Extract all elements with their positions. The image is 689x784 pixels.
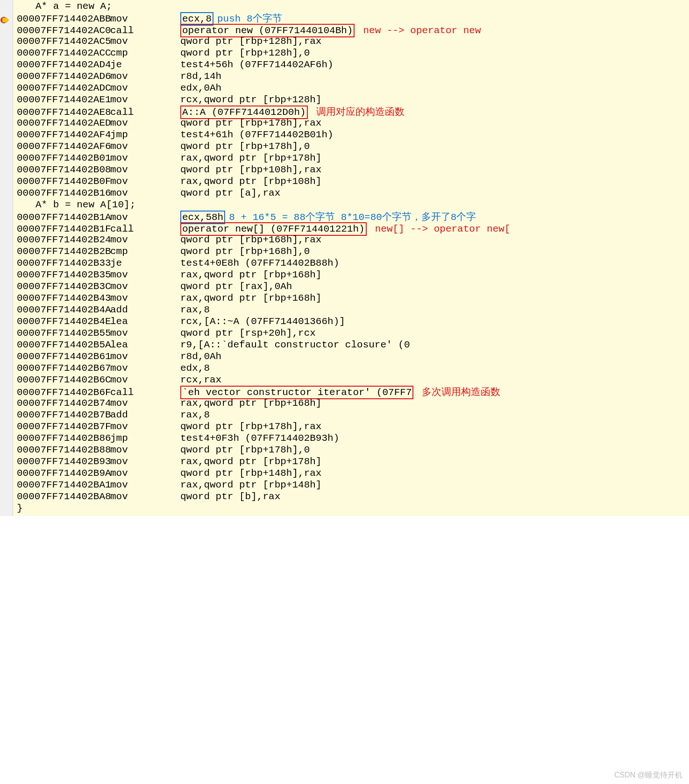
asm-row: 00007FF714402B43movrax,qword ptr [rbp+16… [17, 292, 689, 304]
source-text: A* b = new A[10]; [36, 199, 135, 211]
asm-row: 00007FF714402B0Fmovrax,qword ptr [rbp+10… [17, 176, 689, 187]
address: 00007FF714402BA8 [17, 491, 110, 502]
mnemonic: cmp [110, 246, 180, 257]
operands: rcx,[A::~A (07FF714401366h)] [180, 316, 345, 327]
address: 00007FF714402B4E [17, 316, 110, 327]
asm-row: 00007FF714402BA1movrax,qword ptr [rbp+14… [17, 479, 689, 491]
address: 00007FF714402B24 [17, 234, 110, 246]
asm-row: 00007FF714402B5Alear9,[A::`default const… [17, 339, 689, 351]
address: 00007FF714402B01 [17, 152, 110, 164]
gutter [0, 0, 13, 516]
disassembly-view: A* a = new A; 00007FF714402ABBmovecx,8pu… [0, 0, 689, 516]
operands: r9,[A::`default constructor closure' (0 [180, 339, 410, 351]
asm-row: 00007FF714402B6Fcall`eh vector construct… [17, 386, 689, 397]
asm-row: 00007FF714402B93movrax,qword ptr [rbp+17… [17, 456, 689, 467]
asm-row: 00007FF714402B9Amovqword ptr [rbp+148h],… [17, 467, 689, 479]
code-panel[interactable]: A* a = new A; 00007FF714402ABBmovecx,8pu… [13, 0, 689, 516]
asm-row: 00007FF714402AC0calloperator new (07FF71… [17, 24, 689, 35]
address: 00007FF714402B6C [17, 374, 110, 386]
asm-row: 00007FF714402B4Elearcx,[A::~A (07FF71440… [17, 316, 689, 327]
address: 00007FF714402B1A [17, 212, 110, 223]
address: 00007FF714402B0F [17, 176, 110, 187]
address: 00007FF714402B93 [17, 456, 110, 467]
address: 00007FF714402AE8 [17, 106, 110, 118]
operands: test4+56h (07FF714402AF6h) [180, 59, 334, 71]
breakpoint-arrow-icon[interactable] [0, 15, 10, 25]
address: 00007FF714402AED [17, 117, 110, 129]
mnemonic: mov [110, 269, 180, 281]
operands: qword ptr [rbp+108h],rax [180, 164, 321, 176]
asm-row: 00007FF714402AE1movrcx,qword ptr [rbp+12… [17, 94, 689, 106]
source-line: A* a = new A; [17, 0, 689, 12]
address: 00007FF714402B4A [17, 304, 110, 316]
mnemonic: mov [110, 176, 180, 187]
mnemonic: jmp [110, 432, 180, 444]
operands: rax,8 [180, 409, 210, 421]
mnemonic: jmp [110, 129, 180, 141]
asm-row: 00007FF714402ABBmovecx,8push 8个字节 [17, 12, 689, 24]
operands: qword ptr [rbp+128h],0 [180, 47, 310, 59]
address: 00007FF714402ABB [17, 13, 110, 25]
asm-row: 00007FF714402AD6movr8d,14h [17, 71, 689, 82]
operands: qword ptr [rax],0Ah [180, 281, 292, 292]
source-line: A* b = new A[10]; [17, 199, 689, 211]
mnemonic: mov [110, 234, 180, 246]
mnemonic: mov [110, 292, 180, 304]
mnemonic: mov [110, 212, 180, 223]
operands: rax,qword ptr [rbp+168h] [180, 397, 321, 409]
source-line: } [17, 502, 689, 514]
address: 00007FF714402B55 [17, 327, 110, 339]
address: 00007FF714402B7F [17, 421, 110, 432]
mnemonic: je [110, 59, 180, 71]
address: 00007FF714402AF4 [17, 129, 110, 141]
address: 00007FF714402B16 [17, 187, 110, 199]
address: 00007FF714402B86 [17, 432, 110, 444]
mnemonic: je [110, 257, 180, 269]
mnemonic: mov [110, 351, 180, 362]
asm-row: 00007FF714402AEDmovqword ptr [rbp+178h],… [17, 117, 689, 129]
address: 00007FF714402AC0 [17, 25, 110, 36]
operands: qword ptr [a],rax [180, 187, 280, 199]
mnemonic: mov [110, 35, 180, 47]
asm-row: 00007FF714402B01movrax,qword ptr [rbp+17… [17, 152, 689, 164]
mnemonic: add [110, 409, 180, 421]
asm-row: 00007FF714402B16movqword ptr [a],rax [17, 187, 689, 199]
operands: rax,qword ptr [rbp+148h] [180, 479, 321, 491]
operands: rax,qword ptr [rbp+168h] [180, 269, 321, 281]
mnemonic: mov [110, 71, 180, 82]
operands: qword ptr [rbp+168h],rax [180, 234, 321, 246]
operands: qword ptr [rsp+20h],rcx [180, 327, 316, 339]
mnemonic: mov [110, 164, 180, 176]
source-text: } [17, 502, 23, 514]
mnemonic: call [110, 106, 180, 118]
annotation: 8 + 16*5 = 88个字节 8*10=80个字节，多开了8个字 [229, 212, 476, 223]
address: 00007FF714402B61 [17, 351, 110, 362]
mnemonic: mov [110, 327, 180, 339]
operands: qword ptr [b],rax [180, 491, 280, 502]
operands: rax,qword ptr [rbp+178h] [180, 456, 321, 467]
asm-row: 00007FF714402B3Cmovqword ptr [rax],0Ah [17, 281, 689, 292]
operands: r8d,0Ah [180, 351, 221, 362]
mnemonic: lea [110, 316, 180, 327]
mnemonic: mov [110, 421, 180, 432]
address: 00007FF714402B2B [17, 246, 110, 257]
asm-row: 00007FF714402B2Bcmpqword ptr [rbp+168h],… [17, 246, 689, 257]
mnemonic: mov [110, 82, 180, 94]
mnemonic: call [110, 25, 180, 36]
operands: rcx,rax [180, 374, 221, 386]
address: 00007FF714402AE1 [17, 94, 110, 106]
operands: qword ptr [rbp+178h],0 [180, 444, 310, 456]
asm-row: 00007FF714402B88movqword ptr [rbp+178h],… [17, 444, 689, 456]
address: 00007FF714402B43 [17, 292, 110, 304]
mnemonic: mov [110, 456, 180, 467]
mnemonic: mov [110, 362, 180, 374]
mnemonic: mov [110, 13, 180, 25]
asm-row: 00007FF714402B6Cmovrcx,rax [17, 374, 689, 386]
operands: edx,8 [180, 362, 210, 374]
operands: rcx,qword ptr [rbp+128h] [180, 94, 321, 106]
source-text: A* a = new A; [36, 0, 112, 12]
asm-row: 00007FF714402B7Baddrax,8 [17, 409, 689, 421]
address: 00007FF714402ADC [17, 82, 110, 94]
operands: qword ptr [rbp+178h],rax [180, 117, 321, 129]
operands: qword ptr [rbp+128h],rax [180, 35, 321, 47]
